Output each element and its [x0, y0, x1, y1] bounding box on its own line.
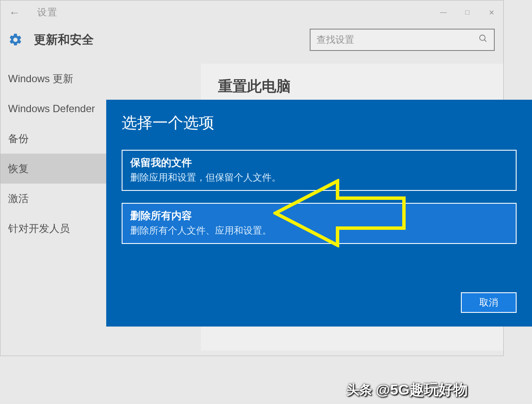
- header-row: 更新和安全 查找设置: [0, 24, 503, 64]
- window-controls: — □ ✕: [431, 4, 503, 21]
- section-title: 更新和安全: [34, 32, 94, 48]
- search-input[interactable]: 查找设置: [310, 29, 495, 51]
- reset-options-modal: 选择一个选项 保留我的文件 删除应用和设置，但保留个人文件。 删除所有内容 删除…: [106, 100, 532, 327]
- watermark-prefix: 头条: [347, 381, 372, 399]
- sidebar-item-label: 恢复: [8, 162, 29, 175]
- option-title: 删除所有内容: [130, 209, 508, 223]
- minimize-button[interactable]: —: [431, 4, 455, 21]
- sidebar-item-label: 针对开发人员: [8, 222, 70, 235]
- svg-line-1: [484, 40, 487, 42]
- search-placeholder: 查找设置: [317, 33, 354, 46]
- option-remove-everything[interactable]: 删除所有内容 删除所有个人文件、应用和设置。: [122, 203, 517, 244]
- sidebar-item-label: 激活: [8, 192, 29, 205]
- cancel-button[interactable]: 取消: [461, 292, 517, 313]
- sidebar-item-label: 备份: [8, 132, 29, 146]
- search-icon: [478, 34, 488, 46]
- watermark: 头条 @5G趣玩好物: [347, 380, 468, 400]
- option-title: 保留我的文件: [130, 156, 508, 169]
- gear-icon: [7, 32, 24, 48]
- page-heading: 重置此电脑: [218, 77, 486, 96]
- modal-title: 选择一个选项: [122, 113, 517, 134]
- cancel-button-label: 取消: [479, 296, 498, 309]
- close-button[interactable]: ✕: [479, 4, 503, 21]
- option-description: 删除应用和设置，但保留个人文件。: [130, 171, 508, 184]
- window-title: 设置: [37, 6, 58, 19]
- watermark-text: @5G趣玩好物: [376, 380, 468, 400]
- maximize-button[interactable]: □: [455, 4, 479, 21]
- svg-point-0: [480, 35, 485, 41]
- sidebar-item-label: Windows Defender: [8, 103, 95, 115]
- option-keep-files[interactable]: 保留我的文件 删除应用和设置，但保留个人文件。: [122, 150, 517, 191]
- option-description: 删除所有个人文件、应用和设置。: [130, 224, 508, 237]
- back-arrow-icon[interactable]: ←: [9, 6, 20, 19]
- sidebar-item-label: Windows 更新: [8, 72, 73, 86]
- titlebar: ← 设置 — □ ✕: [0, 0, 503, 24]
- sidebar-item-windows-update[interactable]: Windows 更新: [0, 64, 201, 94]
